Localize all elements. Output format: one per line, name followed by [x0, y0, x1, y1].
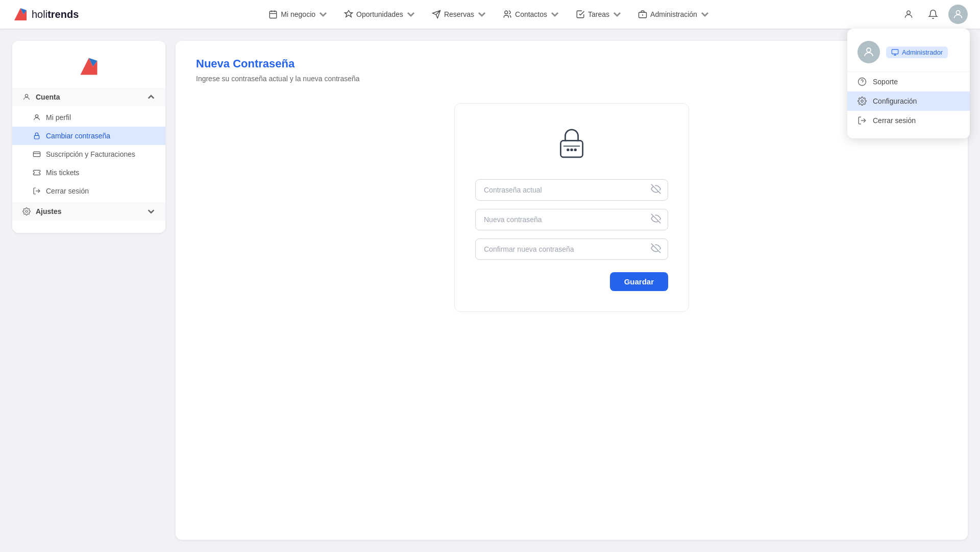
dropdown-item-configuracion[interactable]: Configuración — [847, 91, 970, 111]
dropdown-overlay[interactable] — [0, 0, 980, 552]
support-icon — [857, 77, 867, 86]
dropdown-avatar-icon — [863, 46, 875, 58]
monitor-icon — [891, 49, 899, 56]
dropdown-item-cerrar-sesion[interactable]: Cerrar sesión — [847, 111, 970, 130]
dropdown-user-badge: Administrador — [886, 46, 948, 58]
svg-point-30 — [867, 48, 871, 52]
dropdown-item-soporte[interactable]: Soporte — [847, 72, 970, 91]
svg-point-36 — [861, 100, 864, 103]
svg-rect-31 — [892, 49, 898, 54]
dropdown-user-header: Administrador — [847, 37, 970, 72]
config-icon — [857, 97, 867, 106]
svg-point-34 — [859, 78, 866, 86]
user-dropdown: Administrador Soporte Configuración Cerr… — [847, 29, 970, 138]
dropdown-avatar — [857, 41, 880, 63]
logout-dropdown-icon — [857, 116, 867, 125]
